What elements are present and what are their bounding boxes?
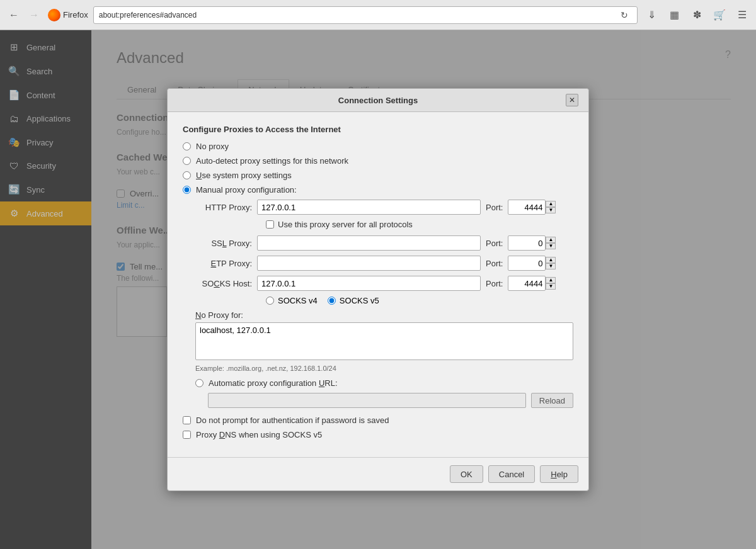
example-text: Example: .mozilla.org, .net.nz, 192.168.…	[195, 365, 573, 372]
no-prompt-checkbox[interactable]	[183, 416, 191, 424]
socks-version-row: SOCKS v4 SOCKS v5	[266, 296, 573, 305]
ssl-port-up[interactable]: ▲	[546, 237, 556, 243]
firefox-icon	[48, 9, 60, 21]
manual-proxy-label: Manual proxy configuration:	[196, 185, 297, 195]
ssl-port-input[interactable]	[508, 235, 546, 251]
cancel-button[interactable]: Cancel	[488, 465, 535, 483]
connection-settings-dialog: Connection Settings ✕ Configure Proxies …	[167, 88, 589, 491]
no-proxy-radio[interactable]	[183, 142, 191, 150]
use-same-proxy-row: Use this proxy server for all protocols	[266, 220, 573, 229]
ssl-proxy-label: SSL Proxy:	[195, 239, 252, 248]
ssl-port-spinner: ▲ ▼	[546, 237, 556, 249]
dialog-titlebar: Connection Settings ✕	[168, 89, 588, 112]
proxy-dns-label: Proxy DNS when using SOCKS v5	[196, 430, 322, 439]
shopping-icon[interactable]: 🛒	[711, 6, 728, 24]
auto-proxy-url-radio[interactable]	[195, 379, 203, 387]
proxy-options: No proxy Auto-detect proxy settings for …	[183, 142, 573, 195]
http-port-up[interactable]: ▲	[546, 201, 556, 207]
auto-proxy-url-label: Automatic proxy configuration URL:	[209, 378, 338, 388]
auto-detect-row: Auto-detect proxy settings for this netw…	[183, 156, 573, 166]
proxies-title: Configure Proxies to Access the Internet	[183, 125, 573, 134]
socks-port-group: ▲ ▼	[508, 276, 556, 291]
browser-chrome: ← → Firefox about:preferences#advanced ↻…	[0, 0, 756, 30]
socks-port-down[interactable]: ▼	[546, 283, 556, 290]
http-port-input[interactable]	[508, 200, 546, 215]
auto-proxy-url-row: Automatic proxy configuration URL:	[195, 378, 573, 388]
auto-proxy-url-input[interactable]	[208, 393, 526, 408]
ssl-port-down[interactable]: ▼	[546, 243, 556, 249]
no-proxy-textarea[interactable]: localhost, 127.0.0.1	[195, 322, 573, 360]
pocket-icon[interactable]: ✽	[688, 6, 706, 24]
ssl-port-label: Port:	[486, 239, 503, 248]
firefox-logo: Firefox	[48, 9, 88, 21]
back-button[interactable]: ←	[5, 6, 23, 24]
manual-proxy-row: Manual proxy configuration:	[183, 185, 573, 195]
use-same-proxy-checkbox[interactable]	[266, 220, 274, 229]
auto-proxy-url-field-row: Reload	[208, 393, 573, 408]
forward-button[interactable]: →	[25, 6, 43, 24]
ftp-port-group: ▲ ▼	[508, 256, 556, 271]
socks-port-label: Port:	[486, 279, 503, 288]
socks-v4-radio[interactable]	[266, 297, 274, 305]
no-proxy-section: No Proxy for: localhost, 127.0.0.1 Examp…	[195, 310, 573, 408]
http-port-label: Port:	[486, 203, 503, 212]
ssl-port-group: ▲ ▼	[508, 235, 556, 251]
http-proxy-input[interactable]	[257, 200, 481, 215]
no-prompt-row: Do not prompt for authentication if pass…	[183, 416, 573, 425]
menu-icon[interactable]: ☰	[733, 6, 751, 24]
socks-v5-group: SOCKS v5	[328, 296, 379, 305]
ftp-port-down[interactable]: ▼	[546, 263, 556, 269]
ssl-proxy-input[interactable]	[257, 235, 481, 251]
socks-port-up[interactable]: ▲	[546, 277, 556, 283]
dialog-title: Connection Settings	[190, 96, 566, 105]
http-port-spinner: ▲ ▼	[546, 201, 556, 213]
ftp-proxy-label: ETP Proxy:	[195, 259, 252, 268]
socks-port-input[interactable]	[508, 276, 546, 291]
ssl-proxy-row: SSL Proxy: Port: ▲ ▼	[195, 235, 573, 251]
socks-v5-label: SOCKS v5	[340, 296, 379, 305]
use-same-proxy-label: Use this proxy server for all protocols	[278, 220, 413, 229]
url-text: about:preferences#advanced	[99, 11, 617, 20]
refresh-button[interactable]: ↻	[617, 8, 632, 23]
reload-button[interactable]: Reload	[531, 393, 573, 408]
tabs-icon[interactable]: ▦	[665, 6, 683, 24]
system-proxy-radio[interactable]	[183, 171, 191, 179]
proxy-fields: HTTP Proxy: Port: ▲ ▼ Use this proxy ser…	[195, 200, 573, 305]
proxy-dns-checkbox[interactable]	[183, 431, 191, 439]
help-button[interactable]: Help	[540, 465, 578, 483]
socks-v5-radio[interactable]	[328, 297, 336, 305]
dialog-close-button[interactable]: ✕	[566, 94, 578, 106]
ftp-port-label: Port:	[486, 259, 503, 268]
ftp-port-input[interactable]	[508, 256, 546, 271]
ftp-port-up[interactable]: ▲	[546, 257, 556, 263]
no-proxy-row: No proxy	[183, 142, 573, 151]
no-proxy-label: No proxy	[196, 142, 229, 151]
no-prompt-label: Do not prompt for authentication if pass…	[196, 416, 389, 425]
dialog-backdrop: Connection Settings ✕ Configure Proxies …	[0, 30, 756, 549]
ok-button[interactable]: OK	[450, 465, 483, 483]
http-proxy-label: HTTP Proxy:	[195, 203, 252, 212]
http-proxy-row: HTTP Proxy: Port: ▲ ▼	[195, 200, 573, 215]
socks-v4-label: SOCKS v4	[278, 296, 318, 305]
auto-detect-radio[interactable]	[183, 157, 191, 165]
downloads-icon[interactable]: ⇓	[643, 6, 660, 24]
system-proxy-row: Use system proxy settings	[183, 171, 573, 180]
socks-v4-group: SOCKS v4	[266, 296, 318, 305]
nav-buttons: ← →	[5, 6, 43, 24]
http-port-group: ▲ ▼	[508, 200, 556, 215]
proxy-dns-row: Proxy DNS when using SOCKS v5	[183, 430, 573, 439]
socks-port-spinner: ▲ ▼	[546, 277, 556, 290]
toolbar-icons: ⇓ ▦ ✽ 🛒 ☰	[643, 6, 751, 24]
socks-host-row: SOCKS Host: Port: ▲ ▼	[195, 276, 573, 291]
system-proxy-label: Use system proxy settings	[196, 171, 292, 180]
http-port-down[interactable]: ▼	[546, 207, 556, 213]
ftp-proxy-row: ETP Proxy: Port: ▲ ▼	[195, 256, 573, 271]
no-proxy-for-label: No Proxy for:	[195, 310, 573, 320]
dialog-content: Configure Proxies to Access the Internet…	[168, 112, 588, 457]
ftp-port-spinner: ▲ ▼	[546, 257, 556, 269]
ftp-proxy-input[interactable]	[257, 256, 481, 271]
address-bar[interactable]: about:preferences#advanced ↻	[93, 6, 638, 24]
socks-host-label: SOCKS Host:	[195, 279, 252, 288]
socks-host-input[interactable]	[257, 276, 481, 291]
manual-proxy-radio[interactable]	[183, 186, 191, 194]
